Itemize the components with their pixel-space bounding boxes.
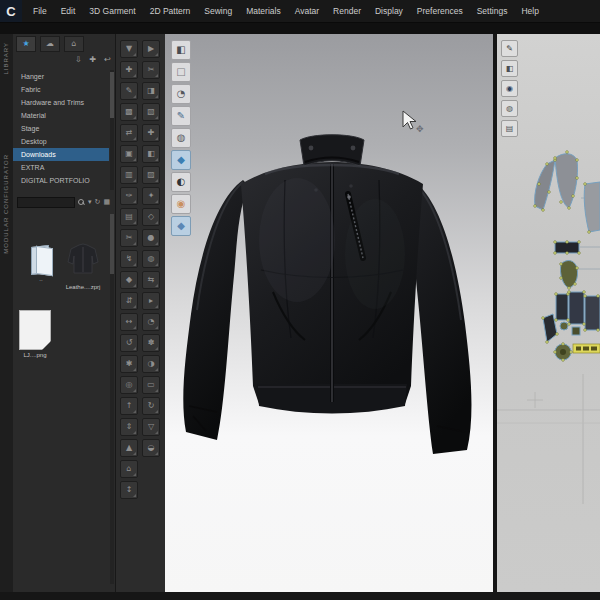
rail-label-library[interactable]: LIBRARY (3, 42, 9, 75)
tool-button[interactable]: ⇆ (142, 271, 160, 289)
menu-item[interactable]: Display (368, 0, 410, 22)
tool-button[interactable]: ▧ (142, 103, 160, 121)
tool-button[interactable]: ⇕ (120, 418, 138, 436)
library-category-item[interactable]: DIGITAL PORTFOLIO (13, 174, 109, 187)
tool-button[interactable]: ◔ (142, 313, 160, 331)
tool-button[interactable]: ◧ (142, 145, 160, 163)
view-toggle-button[interactable]: □ (171, 62, 191, 82)
library-tab[interactable]: ⌂ (64, 36, 84, 52)
file-tile-parent-folder[interactable]: .. (21, 246, 61, 282)
library-category-item[interactable]: Stage (13, 122, 109, 135)
library-tab[interactable]: ★ (16, 36, 36, 52)
menu-item[interactable]: Edit (54, 0, 83, 22)
pattern-tool-icon: ✎ (506, 45, 513, 53)
view-toggle-button[interactable]: ◆ (171, 216, 191, 236)
library-panel-scrollbar[interactable] (110, 214, 114, 584)
tool-button[interactable]: ↯ (120, 250, 138, 268)
tool-button[interactable]: ▭ (142, 376, 160, 394)
library-tab[interactable]: ☁ (40, 36, 60, 52)
tool-button[interactable]: ▩ (120, 103, 138, 121)
tool-button[interactable]: ▥ (120, 166, 138, 184)
menu-item[interactable]: Materials (239, 0, 287, 22)
view-toggle-button[interactable]: ◍ (171, 128, 191, 148)
menu-item[interactable]: Avatar (288, 0, 326, 22)
tool-button[interactable]: ↺ (120, 334, 138, 352)
menu-item[interactable]: 2D Pattern (143, 0, 198, 22)
tool-button[interactable]: ✱ (120, 355, 138, 373)
view-toggle-button[interactable]: ◉ (171, 194, 191, 214)
library-action-icon[interactable]: ⇩ (75, 56, 82, 64)
menu-item[interactable]: Help (514, 0, 545, 22)
tool-button[interactable]: ● (142, 229, 160, 247)
view-toggle-button[interactable]: ◧ (171, 40, 191, 60)
tool-button[interactable]: ↑ (120, 397, 138, 415)
menu-item[interactable]: Sewing (197, 0, 239, 22)
pattern-tool-button[interactable]: ▤ (501, 120, 518, 137)
tool-button[interactable]: ✽ (142, 334, 160, 352)
tool-button[interactable]: ◇ (142, 208, 160, 226)
pattern-panel-2d[interactable]: ✎ ◧ ◉ ◍ ▤ (497, 34, 600, 592)
tool-button[interactable]: ▲ (120, 439, 138, 457)
library-action-icon[interactable]: ↩ (104, 56, 111, 64)
menu-item[interactable]: File (26, 0, 54, 22)
tool-button[interactable]: ◎ (120, 376, 138, 394)
library-search-input[interactable] (17, 197, 75, 208)
tool-button[interactable]: ↻ (142, 397, 160, 415)
library-category-item[interactable]: Hardware and Trims (13, 96, 109, 109)
tool-button[interactable]: ✂ (120, 229, 138, 247)
tool-button[interactable]: ⇵ (120, 292, 138, 310)
tool-button[interactable]: ✦ (142, 187, 160, 205)
view-toggle-button[interactable]: ✎ (171, 106, 191, 126)
tool-button[interactable]: ▼ (120, 40, 138, 58)
view-toggle-button[interactable]: ◐ (171, 172, 191, 192)
tool-button[interactable]: ⌂ (120, 460, 138, 478)
tool-button[interactable]: ◨ (142, 82, 160, 100)
library-category-item[interactable]: Hanger (13, 70, 109, 83)
pattern-tool-button[interactable]: ◉ (501, 80, 518, 97)
pattern-tool-button[interactable]: ◍ (501, 100, 518, 117)
tool-button[interactable]: ▸ (142, 292, 160, 310)
library-category-item[interactable]: Downloads (13, 148, 109, 161)
tool-button[interactable]: ◍ (142, 250, 160, 268)
library-category-item[interactable]: Material (13, 109, 109, 122)
tool-button[interactable]: ↔ (120, 313, 138, 331)
tool-button[interactable]: ▨ (142, 166, 160, 184)
menu-item[interactable]: Settings (470, 0, 515, 22)
tool-button[interactable]: ✂ (142, 61, 160, 79)
tool-button[interactable]: ↕ (120, 481, 138, 499)
search-caret-icon[interactable]: ▾ (88, 199, 92, 206)
menu-item[interactable]: Render (326, 0, 368, 22)
tool-button[interactable]: ▤ (120, 208, 138, 226)
tool-icon: ↕ (126, 486, 133, 494)
library-category-item[interactable]: Fabric (13, 83, 109, 96)
tool-button[interactable]: ▶ (142, 40, 160, 58)
tool-button[interactable]: ◑ (142, 355, 160, 373)
library-list-scrollbar[interactable] (110, 70, 114, 190)
refresh-icon[interactable]: ↻ (95, 199, 101, 206)
tool-button[interactable]: ✑ (120, 187, 138, 205)
pattern-tool-button[interactable]: ✎ (501, 40, 518, 57)
tool-button[interactable]: ▽ (142, 418, 160, 436)
library-action-icon[interactable]: ✚ (90, 56, 97, 64)
view-toggle-button[interactable]: ◆ (171, 150, 191, 170)
tool-button[interactable]: ▣ (120, 145, 138, 163)
menu-item[interactable]: Preferences (410, 0, 470, 22)
library-tab-icon: ★ (22, 40, 29, 48)
file-tile-image[interactable]: LJ....png (15, 310, 55, 358)
view-mode-icon[interactable]: ▦ (103, 199, 110, 206)
tool-button[interactable]: ✚ (120, 61, 138, 79)
rail-label-modular-configurator[interactable]: MODULAR CONFIGURATOR (3, 154, 9, 254)
library-category-item[interactable]: EXTRA (13, 161, 109, 174)
tool-button[interactable]: ◒ (142, 439, 160, 457)
tool-button[interactable]: ⇄ (120, 124, 138, 142)
library-category-item[interactable]: Desktop (13, 135, 109, 148)
viewport-3d[interactable]: ◧ □ ◔ ✎ ◍ ◆ ◐ ◉ ◆ ✥ (165, 34, 493, 592)
tool-button[interactable]: ✎ (120, 82, 138, 100)
file-tile-garment[interactable]: Leathe....zprj (63, 242, 103, 290)
pattern-tool-button[interactable]: ◧ (501, 60, 518, 77)
tool-button[interactable]: ◆ (120, 271, 138, 289)
view-toggle-button[interactable]: ◔ (171, 84, 191, 104)
menu-item[interactable]: 3D Garment (82, 0, 142, 22)
tool-button[interactable]: ✚ (142, 124, 160, 142)
search-icon[interactable] (78, 199, 85, 206)
